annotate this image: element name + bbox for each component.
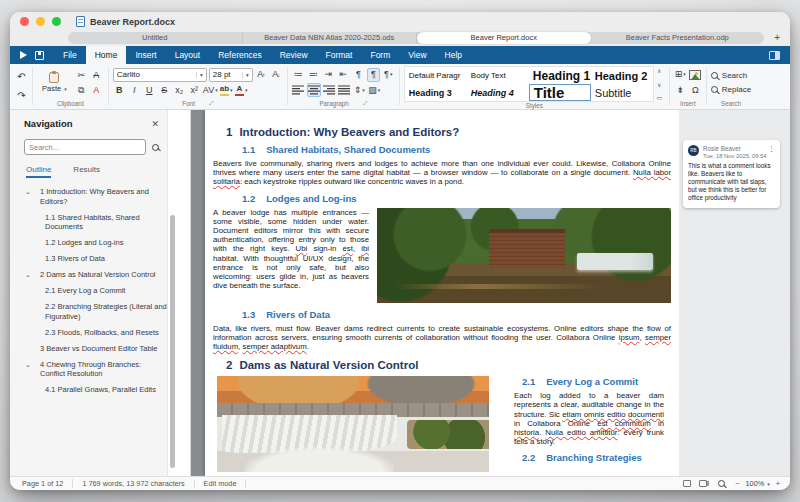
- align-right-button[interactable]: [323, 83, 336, 97]
- grow-font-button[interactable]: A↑: [255, 68, 268, 82]
- single-page-view-icon[interactable]: [683, 480, 691, 487]
- redo-button[interactable]: ↷: [15, 89, 28, 103]
- clone-formatting-button[interactable]: A: [90, 83, 103, 97]
- align-left-button[interactable]: [292, 83, 305, 97]
- strikethrough-button[interactable]: S: [158, 83, 171, 97]
- search-icon[interactable]: [152, 144, 159, 151]
- cut-button[interactable]: ✂: [75, 68, 88, 82]
- copy-button[interactable]: ⧉: [75, 83, 88, 97]
- zoom-out-button[interactable]: −: [735, 479, 739, 488]
- outline-item[interactable]: ⌄4 Chewing Through Branches: Conflict Re…: [24, 360, 167, 379]
- pilcrow-icon[interactable]: ¶: [352, 68, 365, 82]
- search-button[interactable]: Search: [711, 71, 751, 80]
- underline-button[interactable]: U: [143, 83, 156, 97]
- tab-beaver-facts-odp[interactable]: Beaver Facts Presentation.odp: [591, 32, 765, 44]
- minimize-window-button[interactable]: [36, 17, 45, 26]
- clear-formatting-button[interactable]: A: [90, 68, 103, 82]
- menu-insert[interactable]: Insert: [126, 46, 165, 64]
- tab-results[interactable]: Results: [73, 165, 100, 178]
- sidebar-toggle-icon[interactable]: [769, 51, 780, 60]
- style-heading-2[interactable]: Heading 2: [591, 67, 653, 84]
- tab-beaver-report-docx[interactable]: Beaver Report.docx: [417, 32, 591, 44]
- outline-item[interactable]: 1.1 Shared Habitats, Shared Documents: [24, 213, 167, 232]
- save-icon[interactable]: [35, 51, 44, 60]
- bold-button[interactable]: B: [113, 83, 126, 97]
- outline-item[interactable]: 1.3 Rivers of Data: [24, 254, 167, 264]
- zoom-icon[interactable]: [718, 480, 725, 487]
- menu-references[interactable]: References: [209, 46, 270, 64]
- edit-mode-indicator[interactable]: Edit mode: [195, 479, 247, 488]
- style-default-paragraph[interactable]: Default Paragr: [405, 67, 467, 84]
- styles-scroll-up-icon[interactable]: ∧: [657, 67, 661, 74]
- new-tab-button[interactable]: +: [774, 32, 780, 43]
- tab-beaver-data-ods[interactable]: Beaver Data NBN Atlas 2020-2025.ods: [243, 32, 418, 44]
- style-heading-4[interactable]: Heading 4: [467, 84, 529, 101]
- scrollbar-thumb[interactable]: [170, 215, 175, 468]
- zoom-level-select[interactable]: 100%▾: [746, 479, 770, 488]
- decrease-indent-button[interactable]: ⇤: [337, 68, 350, 82]
- multi-page-view-icon[interactable]: [699, 480, 707, 487]
- close-window-button[interactable]: [20, 17, 29, 26]
- formatting-marks-toggle[interactable]: ¶: [367, 68, 380, 82]
- outline-item[interactable]: 2.2 Branching Strategies (Literal and Fi…: [24, 302, 167, 321]
- paragraph-background-button[interactable]: ▨▾: [368, 83, 381, 97]
- justify-button[interactable]: [338, 83, 351, 97]
- menu-form[interactable]: Form: [361, 46, 399, 64]
- styles-scroll-down-icon[interactable]: ∨: [657, 81, 661, 88]
- bullet-list-button[interactable]: ≔: [292, 68, 305, 82]
- kebab-menu-icon[interactable]: ⋮: [768, 145, 775, 153]
- paragraph-dialog-launcher-icon[interactable]: ⤢: [363, 100, 367, 107]
- style-body-text[interactable]: Body Text: [467, 67, 529, 84]
- paste-button[interactable]: Paste ▾: [37, 71, 72, 94]
- zoom-in-button[interactable]: +: [776, 479, 780, 488]
- italic-button[interactable]: I: [128, 83, 141, 97]
- style-heading-1[interactable]: Heading 1: [529, 67, 591, 84]
- replace-button[interactable]: Replace: [711, 85, 751, 94]
- chevron-down-icon[interactable]: ⌄: [25, 187, 31, 197]
- special-character-button[interactable]: Ω: [689, 83, 702, 97]
- sidebar-scrollbar[interactable]: [167, 110, 190, 476]
- comment-card[interactable]: RB Rosie Beaver Tue, 18 Nov 2025, 09:54 …: [683, 140, 780, 208]
- menu-format[interactable]: Format: [317, 46, 362, 64]
- outline-item[interactable]: 1.2 Lodges and Log-ins: [24, 238, 167, 248]
- font-size-select[interactable]: 28 pt▾: [209, 68, 253, 82]
- tab-outline[interactable]: Outline: [26, 165, 51, 178]
- maximize-window-button[interactable]: [52, 17, 61, 26]
- outline-item[interactable]: 3 Beaver vs Document Editor Table: [24, 344, 167, 354]
- app-logo-icon[interactable]: [20, 51, 27, 59]
- styles-more-icon[interactable]: ▭: [656, 94, 662, 101]
- menu-home[interactable]: Home: [86, 46, 127, 64]
- close-icon[interactable]: ✕: [151, 119, 159, 129]
- style-subtitle[interactable]: Subtitle: [591, 84, 653, 101]
- align-center-button[interactable]: [307, 83, 321, 97]
- outline-item[interactable]: ⌄1 Introduction: Why Beavers and Editors…: [24, 187, 167, 206]
- character-spacing-button[interactable]: AV▾: [203, 83, 218, 97]
- superscript-button[interactable]: x²: [188, 83, 201, 97]
- word-count[interactable]: 1 769 words, 13 972 characters: [73, 479, 194, 488]
- insert-image-button[interactable]: [689, 68, 702, 82]
- style-heading-3[interactable]: Heading 3: [405, 84, 467, 101]
- paragraph-direction-button[interactable]: ¶▾: [382, 68, 395, 82]
- shrink-font-button[interactable]: A↓: [270, 68, 283, 82]
- page-break-button[interactable]: ⇟: [674, 83, 687, 97]
- menu-layout[interactable]: Layout: [166, 46, 210, 64]
- outline-item[interactable]: ⌄2 Dams as Natural Version Control: [24, 270, 167, 280]
- menu-review[interactable]: Review: [271, 46, 317, 64]
- subscript-button[interactable]: x₂: [173, 83, 186, 97]
- page-indicator[interactable]: Page 1 of 12: [20, 479, 73, 488]
- menu-help[interactable]: Help: [436, 46, 471, 64]
- style-title[interactable]: Title: [529, 84, 591, 101]
- chevron-down-icon[interactable]: ⌄: [25, 360, 31, 370]
- font-name-select[interactable]: Carlito▾: [113, 68, 207, 82]
- document-page[interactable]: 1Introduction: Why Beavers and Editors? …: [205, 110, 679, 476]
- undo-button[interactable]: ↶: [15, 70, 28, 84]
- menu-view[interactable]: View: [399, 46, 435, 64]
- tab-untitled[interactable]: Untitled: [68, 32, 243, 44]
- menu-file[interactable]: File: [54, 46, 86, 64]
- highlight-color-button[interactable]: ab▾: [220, 83, 233, 97]
- numbered-list-button[interactable]: ≕: [307, 68, 320, 82]
- line-spacing-button[interactable]: ⇕▾: [353, 83, 366, 97]
- increase-indent-button[interactable]: ⇥: [322, 68, 335, 82]
- outline-item[interactable]: 2.1 Every Log a Commit: [24, 286, 167, 296]
- search-input[interactable]: [24, 139, 146, 155]
